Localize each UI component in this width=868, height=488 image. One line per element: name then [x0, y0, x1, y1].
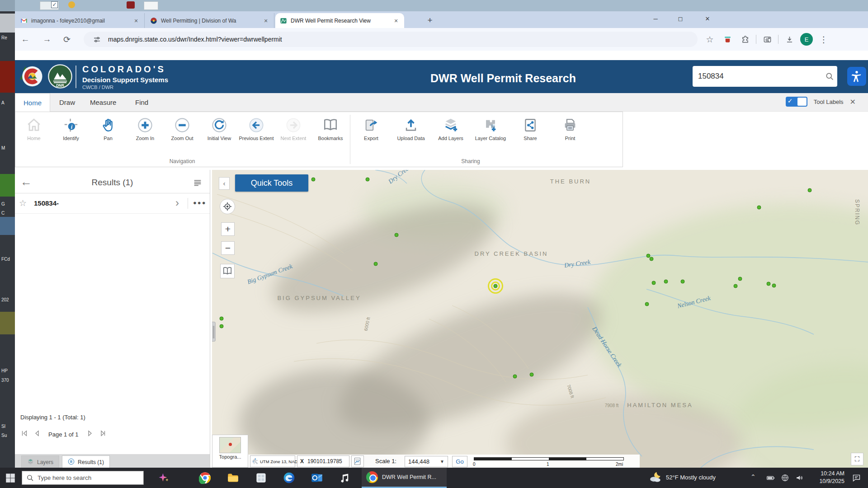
toolbar-group-navigation: HomeiIdentifyPanZoom InZoom OutInitial V… — [15, 112, 349, 167]
browser-menu-icon[interactable]: ⋮ — [817, 33, 830, 46]
adblock-extension-icon[interactable] — [721, 33, 734, 46]
scale-select[interactable]: 144,448 ▼ — [405, 456, 448, 467]
bookmark-star-icon[interactable]: ☆ — [703, 33, 717, 46]
taskbar-clock[interactable]: 10:24 AM 10/9/2025 — [807, 470, 844, 485]
taskbar-search-input[interactable] — [38, 474, 139, 481]
well-point[interactable] — [374, 262, 378, 266]
favorite-star-icon[interactable]: ☆ — [19, 198, 27, 208]
new-tab-button[interactable]: + — [424, 15, 436, 27]
well-point[interactable] — [395, 233, 399, 237]
network-icon[interactable] — [781, 474, 789, 482]
window-minimize-button[interactable]: ─ — [646, 12, 665, 26]
chevron-right-icon[interactable]: › — [175, 197, 179, 209]
map-widget-button[interactable]: ⛶ — [851, 453, 863, 465]
well-point[interactable] — [757, 206, 761, 210]
map-canvas[interactable]: Dry CreekTHE BURNDRY CREEK BASINDry Cree… — [212, 170, 868, 468]
selected-well-point[interactable] — [494, 284, 498, 288]
next-page-button[interactable] — [86, 429, 94, 439]
browser-tab-3[interactable]: DWR Well Permit Research View✕ — [275, 13, 404, 28]
edge-icon[interactable] — [283, 472, 295, 484]
well-point[interactable] — [366, 178, 370, 182]
window-maximize-button[interactable]: ◻ — [670, 12, 690, 26]
tab-close-icon[interactable]: ✕ — [262, 17, 269, 24]
address-bar[interactable]: maps.dnrgis.state.co.us/dwr/Index.html?v… — [84, 32, 698, 47]
bookmarks-map-button[interactable] — [220, 264, 235, 278]
global-search-input[interactable] — [693, 72, 822, 81]
well-point[interactable] — [513, 375, 517, 379]
well-point[interactable] — [734, 284, 738, 288]
well-point[interactable] — [664, 280, 668, 284]
well-point[interactable] — [645, 302, 649, 306]
date-label: 10/9/2025 — [807, 478, 844, 485]
browser-reload-button[interactable]: ⟳ — [60, 33, 74, 46]
panel-tab-layers[interactable]: Layers — [21, 455, 59, 468]
go-button[interactable]: Go — [452, 456, 467, 467]
tool-label: Upload Data — [397, 136, 425, 141]
search-icon[interactable] — [822, 72, 837, 81]
tab-search-icon[interactable] — [760, 33, 774, 46]
taskbar-search-box[interactable] — [22, 471, 144, 485]
zoom-out-map-button[interactable]: − — [221, 241, 235, 255]
well-point[interactable] — [767, 282, 771, 286]
outlook-icon[interactable] — [311, 472, 323, 484]
battery-icon[interactable] — [766, 474, 775, 482]
speaker-icon[interactable] — [795, 474, 804, 482]
well-point[interactable] — [311, 178, 316, 182]
previous-page-button[interactable] — [33, 429, 41, 439]
browser-tab-1[interactable]: imagonna - foleye2010@gmail✕ — [16, 13, 145, 28]
tab-close-icon[interactable]: ✕ — [392, 17, 400, 24]
tool-labels-toggle[interactable]: ✓ — [786, 97, 807, 107]
result-list-item[interactable]: ☆ 150834- › ●●● — [15, 193, 210, 214]
start-button[interactable] — [5, 472, 16, 484]
well-point[interactable] — [681, 280, 685, 284]
well-point[interactable] — [220, 324, 224, 328]
active-task-button[interactable]: DWR Well Permit R... — [362, 468, 447, 488]
well-point[interactable] — [808, 188, 812, 192]
browser-tab-2[interactable]: Well Permitting | Division of Wa✕ — [146, 13, 274, 28]
panel-collapse-button[interactable]: ‹ — [219, 177, 230, 190]
action-center-icon[interactable] — [852, 473, 861, 483]
well-point[interactable] — [652, 281, 656, 285]
first-page-button[interactable] — [20, 429, 28, 439]
basemap-selector[interactable]: Topogra... — [212, 435, 248, 468]
desktop-label-fragment: FCd — [1, 257, 10, 262]
window-close-button[interactable]: ✕ — [698, 12, 717, 26]
ribbon-tab-home[interactable]: Home — [15, 93, 50, 112]
chrome-icon[interactable] — [199, 472, 211, 484]
projection-selector[interactable]: XY UTM Zone 13, NAD83 ▲ — [250, 455, 295, 467]
ribbon-tab-find[interactable]: Find — [127, 93, 156, 112]
last-page-button[interactable] — [99, 429, 107, 439]
svg-text:1500: 1500 — [355, 459, 360, 461]
music-icon[interactable] — [339, 472, 351, 484]
well-point[interactable] — [772, 284, 776, 288]
item-menu-icon[interactable]: ●●● — [193, 199, 207, 206]
ribbon-tab-draw[interactable]: Draw — [51, 93, 83, 112]
locate-gps-button[interactable] — [220, 199, 235, 214]
site-info-icon[interactable] — [90, 33, 104, 46]
close-icon[interactable]: ✕ — [850, 98, 856, 106]
well-point[interactable] — [650, 257, 654, 261]
browser-forward-button[interactable]: → — [40, 33, 54, 46]
zoom-in-map-button[interactable]: + — [221, 222, 235, 236]
accessibility-button[interactable] — [847, 67, 866, 86]
panel-resize-grip[interactable] — [212, 322, 216, 342]
extensions-puzzle-icon[interactable] — [738, 33, 752, 46]
tray-chevron-icon[interactable]: ⌃ — [750, 473, 756, 480]
qu ick-tools-button[interactable]: Quick Tools — [235, 174, 308, 192]
elevation-tool-button[interactable]: 1500 — [351, 455, 364, 467]
global-search-box[interactable] — [693, 66, 837, 87]
panel-tab-results-1-[interactable]: Results (1) — [62, 455, 110, 468]
app-grid-icon[interactable] — [255, 472, 267, 484]
profile-avatar[interactable]: E — [800, 33, 813, 46]
cortana-sparkle-icon[interactable] — [157, 472, 170, 484]
ribbon-tab-measure[interactable]: Measure — [82, 93, 124, 112]
panel-menu-icon[interactable] — [193, 178, 203, 189]
browser-back-button[interactable]: ← — [19, 33, 32, 46]
taskbar-weather[interactable]: 52°F Mostly cloudy — [649, 470, 716, 484]
file-explorer-icon[interactable] — [227, 472, 239, 484]
well-point[interactable] — [738, 277, 742, 281]
well-point[interactable] — [530, 373, 534, 377]
tab-close-icon[interactable]: ✕ — [132, 17, 140, 24]
downloads-icon[interactable] — [783, 33, 796, 46]
well-point[interactable] — [220, 317, 224, 321]
